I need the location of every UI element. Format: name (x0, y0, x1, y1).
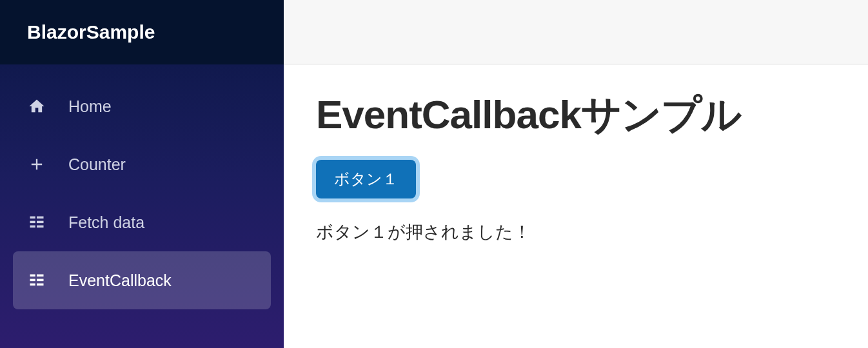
plus-icon (27, 155, 46, 174)
sidebar-item-label: Counter (68, 155, 126, 174)
content: EventCallbackサンプル ボタン１ ボタン１が押されました！ (284, 64, 868, 348)
svg-rect-9 (37, 279, 44, 282)
home-icon (27, 97, 46, 116)
svg-rect-8 (30, 279, 35, 282)
sidebar-item-fetch-data[interactable]: Fetch data (13, 193, 271, 251)
svg-rect-6 (30, 275, 35, 277)
svg-rect-1 (37, 217, 44, 219)
sidebar-item-eventcallback[interactable]: EventCallback (13, 251, 271, 309)
list-icon (27, 213, 46, 232)
status-message: ボタン１が押されました！ (316, 220, 836, 244)
sidebar: BlazorSample Home Counter (0, 0, 284, 348)
svg-rect-11 (37, 284, 44, 286)
button-1[interactable]: ボタン１ (316, 160, 416, 198)
sidebar-item-label: EventCallback (68, 271, 172, 290)
svg-rect-5 (37, 226, 44, 228)
sidebar-item-counter[interactable]: Counter (13, 135, 271, 193)
sidebar-item-home[interactable]: Home (13, 77, 271, 135)
svg-rect-7 (37, 275, 44, 277)
topbar (284, 0, 868, 64)
sidebar-item-label: Home (68, 97, 112, 116)
sidebar-item-label: Fetch data (68, 213, 144, 232)
page-title: EventCallbackサンプル (316, 88, 836, 142)
svg-rect-10 (30, 284, 35, 286)
svg-rect-0 (30, 217, 35, 219)
sidebar-nav: Home Counter Fetch data (0, 64, 284, 322)
svg-rect-3 (37, 221, 44, 224)
svg-rect-4 (30, 226, 35, 228)
brand-title: BlazorSample (0, 0, 284, 64)
svg-rect-2 (30, 221, 35, 224)
list-icon (27, 271, 46, 290)
main-area: EventCallbackサンプル ボタン１ ボタン１が押されました！ (284, 0, 868, 348)
